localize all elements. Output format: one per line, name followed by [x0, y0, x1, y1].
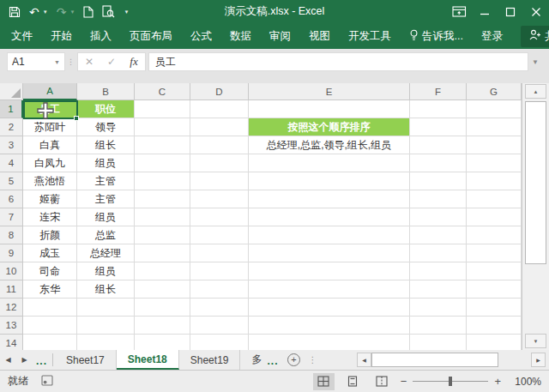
cell-B1[interactable]: 职位	[77, 100, 135, 118]
row-header-3[interactable]: 3	[0, 136, 23, 154]
cell-B7[interactable]: 组员	[77, 208, 135, 226]
cell-C12[interactable]	[135, 299, 190, 317]
column-header-C[interactable]: C	[135, 83, 190, 100]
cell-B4[interactable]: 组员	[77, 154, 135, 172]
cell-A6[interactable]: 姬蘅	[23, 190, 77, 208]
zoom-level[interactable]: 100%	[509, 376, 541, 388]
cell-F3[interactable]	[410, 136, 467, 154]
redo-dropdown-icon[interactable]: ▼	[69, 9, 75, 15]
cell-E4[interactable]	[249, 154, 410, 172]
zoom-slider-thumb[interactable]	[449, 377, 452, 386]
cell-B6[interactable]: 主管	[77, 190, 135, 208]
cell-F7[interactable]	[410, 208, 467, 226]
row-header-13[interactable]: 13	[0, 317, 23, 335]
cell-C4[interactable]	[135, 154, 190, 172]
minimize-button[interactable]	[472, 0, 498, 23]
cell-E11[interactable]	[249, 280, 410, 299]
ribbon-display-options-icon[interactable]	[446, 0, 472, 23]
tell-me-box[interactable]: 告诉我...	[409, 29, 463, 44]
insert-function-icon[interactable]: fx	[123, 53, 145, 70]
undo-dropdown-icon[interactable]: ▼	[43, 9, 48, 15]
cell-D8[interactable]	[190, 226, 249, 244]
row-header-4[interactable]: 4	[0, 154, 23, 172]
cell-B2[interactable]: 领导	[77, 118, 135, 136]
zoom-slider[interactable]	[413, 381, 488, 382]
sheet-tab-partial[interactable]: 多	[240, 350, 263, 370]
save-icon[interactable]	[9, 6, 21, 18]
cell-C8[interactable]	[135, 226, 190, 244]
fill-handle[interactable]	[74, 116, 79, 121]
cell-D1[interactable]	[190, 100, 249, 118]
cell-C5[interactable]	[135, 172, 190, 190]
tab-page-layout[interactable]: 页面布局	[130, 29, 172, 44]
cell-A12[interactable]	[23, 299, 77, 317]
row-header-9[interactable]: 9	[0, 244, 23, 262]
print-preview-icon[interactable]	[102, 5, 115, 18]
sheet-nav-left-icon[interactable]: ◀	[0, 350, 16, 370]
cell-G13[interactable]	[467, 317, 522, 335]
row-header-7[interactable]: 7	[0, 208, 23, 226]
cell-A13[interactable]	[23, 317, 77, 335]
cell-C11[interactable]	[135, 280, 190, 299]
vertical-scrollbar[interactable]: ▲ ▼	[522, 83, 549, 350]
cell-F2[interactable]	[410, 118, 467, 136]
cell-E5[interactable]	[249, 172, 410, 190]
cell-G5[interactable]	[467, 172, 522, 190]
cell-A14[interactable]	[23, 335, 77, 350]
name-box-dropdown-icon[interactable]: ▼	[54, 59, 60, 65]
row-header-1[interactable]: 1	[0, 100, 23, 118]
cell-G8[interactable]	[467, 226, 522, 244]
cell-F5[interactable]	[410, 172, 467, 190]
cell-D3[interactable]	[190, 136, 249, 154]
cell-F9[interactable]	[410, 244, 467, 262]
sign-in-button[interactable]: 登录	[481, 29, 503, 44]
cell-E7[interactable]	[249, 208, 410, 226]
cell-A4[interactable]: 白凤九	[23, 154, 77, 172]
cell-E14[interactable]	[249, 335, 410, 350]
enter-icon[interactable]: ✓	[100, 53, 123, 70]
cell-G10[interactable]	[467, 262, 522, 280]
sheet-tab-sheet18[interactable]: Sheet18	[117, 350, 179, 370]
row-header-6[interactable]: 6	[0, 190, 23, 208]
sheet-overflow-left[interactable]: ...	[33, 350, 51, 370]
tab-view[interactable]: 视图	[309, 29, 330, 44]
column-header-F[interactable]: F	[410, 83, 467, 100]
cell-D14[interactable]	[190, 335, 249, 350]
cell-G11[interactable]	[467, 280, 522, 299]
cell-E13[interactable]	[249, 317, 410, 335]
sheet-tab-sheet17[interactable]: Sheet17	[55, 350, 117, 370]
tab-developer[interactable]: 开发工具	[348, 29, 391, 44]
cell-B3[interactable]: 组长	[77, 136, 135, 154]
cell-E10[interactable]	[249, 262, 410, 280]
new-file-icon[interactable]	[83, 6, 94, 18]
tab-formulas[interactable]: 公式	[190, 29, 212, 44]
cell-A7[interactable]: 连宋	[23, 208, 77, 226]
cell-D11[interactable]	[190, 280, 249, 299]
redo-icon[interactable]: ↷	[57, 6, 67, 18]
cell-F4[interactable]	[410, 154, 467, 172]
cancel-icon[interactable]: ✕	[78, 53, 100, 70]
page-layout-view-icon[interactable]	[342, 373, 364, 390]
formula-bar-expand-icon[interactable]: ▼	[528, 52, 542, 71]
cell-A11[interactable]: 东华	[23, 280, 77, 299]
row-header-11[interactable]: 11	[0, 280, 23, 299]
zoom-in-button[interactable]: +	[494, 375, 501, 388]
cell-A8[interactable]: 折颜	[23, 226, 77, 244]
scroll-left-icon[interactable]: ◀	[357, 353, 371, 367]
cell-D12[interactable]	[190, 299, 249, 317]
formula-input[interactable]: 员工	[148, 52, 528, 71]
zoom-out-button[interactable]: −	[401, 375, 407, 388]
cell-F6[interactable]	[410, 190, 467, 208]
cell-G1[interactable]	[467, 100, 522, 118]
cell-G12[interactable]	[467, 299, 522, 317]
row-header-10[interactable]: 10	[0, 262, 23, 280]
cell-B11[interactable]: 组长	[77, 280, 135, 299]
cell-D6[interactable]	[190, 190, 249, 208]
tab-review[interactable]: 审阅	[269, 29, 291, 44]
column-header-A[interactable]: A	[23, 83, 77, 100]
cell-C6[interactable]	[135, 190, 190, 208]
cell-F8[interactable]	[410, 226, 467, 244]
vertical-scrollbar-thumb[interactable]	[525, 101, 546, 264]
column-header-D[interactable]: D	[190, 83, 249, 100]
cell-C14[interactable]	[135, 335, 190, 350]
